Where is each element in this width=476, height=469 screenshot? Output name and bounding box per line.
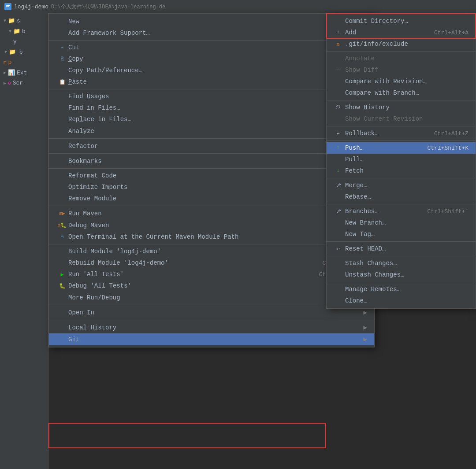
fetch-icon: ↓: [334, 168, 342, 174]
separator-4: [49, 153, 374, 154]
project-icon: [4, 3, 11, 10]
project-path: D:\个人文件\代码\IDEA\java-learning-de: [51, 3, 165, 11]
menu-item-replace-files[interactable]: Replace in Files… Ctrl+Shift+R: [49, 114, 374, 125]
submenu-item-manage-remotes[interactable]: Manage Remotes…: [327, 284, 476, 295]
project-name: log4j-demo: [14, 4, 48, 10]
menu-item-remove-module[interactable]: Remove Module Delete: [49, 193, 374, 204]
submenu-item-git-exclude[interactable]: ⚙ .git/info/exclude: [327, 38, 476, 50]
submenu-item-show-history[interactable]: ⏱ Show History: [327, 102, 476, 113]
menu-item-bookmarks[interactable]: Bookmarks ▶: [49, 155, 374, 167]
submenu-item-rollback[interactable]: ↩ Rollback… Ctrl+Alt+Z: [327, 128, 476, 139]
menu-item-add-framework[interactable]: Add Framework Support…: [49, 27, 374, 39]
push-icon: ↑: [334, 145, 342, 151]
submenu-item-show-current-rev: Show Current Revision: [327, 113, 476, 125]
sidebar: ▼ 📁 s ▼ 📁 b y ▼ 📁 b m p ▶ 📊 Ext ▶ ⚙ Scr: [0, 13, 48, 469]
submenu-item-merge[interactable]: ⎇ Merge…: [327, 180, 476, 191]
submenu-item-commit-dir[interactable]: Commit Directory…: [327, 15, 476, 27]
rollback-icon: ↩: [334, 130, 342, 137]
sidebar-item-b[interactable]: ▼ 📁 b: [0, 26, 48, 37]
separator-9: [49, 320, 374, 320]
submenu-sep-5: [327, 178, 476, 178]
sidebar-item-scr[interactable]: ▶ ⚙ Scr: [0, 78, 48, 88]
submenu-sep-6: [327, 204, 476, 204]
reset-icon: ↩: [334, 246, 342, 252]
copy-icon: ⎘: [58, 56, 67, 62]
separator-3: [49, 138, 374, 139]
menu-item-refactor[interactable]: Refactor ▶: [49, 140, 374, 152]
menu-item-open-in[interactable]: Open In ▶: [49, 307, 374, 318]
separator-2: [49, 89, 374, 89]
menu-item-reformat[interactable]: Reformat Code Ctrl+Alt+L: [49, 170, 374, 181]
submenu-item-stash[interactable]: Stash Changes…: [327, 258, 476, 269]
title-bar: log4j-demo D:\个人文件\代码\IDEA\java-learning…: [0, 0, 476, 13]
menu-item-git[interactable]: Git ▶: [49, 333, 374, 345]
submenu-item-unstash[interactable]: Unstash Changes…: [327, 269, 476, 281]
submenu-item-annotate: Annotate: [327, 53, 476, 64]
menu-item-paste[interactable]: 📋 Paste Ctrl+V: [49, 76, 374, 88]
menu-item-find-files[interactable]: Find in Files… Ctrl+Shift+F: [49, 102, 374, 114]
sidebar-item-y[interactable]: y: [0, 37, 48, 47]
menu-item-rebuild-module[interactable]: Rebuild Module 'log4j-demo' Ctrl+Shift+F…: [49, 257, 374, 269]
sidebar-item-b2[interactable]: ▼ 📁 b: [0, 47, 48, 57]
svg-rect-1: [6, 5, 10, 6]
open-in-arrow-icon: ▶: [364, 309, 367, 316]
separator-6: [49, 206, 374, 206]
menu-item-run-maven[interactable]: m▶ Run Maven ▶: [49, 207, 374, 219]
merge-icon: ⎇: [334, 182, 342, 189]
submenu-item-compare-branch[interactable]: Compare with Branch…: [327, 87, 476, 99]
submenu-sep-8: [327, 256, 476, 256]
submenu-item-fetch[interactable]: ↓ Fetch: [327, 165, 476, 177]
git-submenu: Commit Directory… + Add Ctrl+Alt+A ⚙ .gi…: [326, 13, 476, 309]
cut-icon: ✂: [58, 44, 67, 51]
terminal-icon: ⊞: [58, 234, 67, 240]
sidebar-item-s[interactable]: ▼ 📁 s: [0, 15, 48, 26]
submenu-sep-2: [327, 100, 476, 100]
branch-icon: ⎇: [334, 208, 342, 215]
submenu-sep-9: [327, 282, 476, 282]
submenu-sep-3: [327, 126, 476, 126]
separator-8: [49, 305, 374, 305]
menu-item-new[interactable]: New ▶: [49, 15, 374, 27]
git-arrow-icon: ▶: [364, 336, 367, 343]
submenu-item-push[interactable]: ↑ Push… Ctrl+Shift+K: [327, 142, 476, 154]
menu-item-analyze[interactable]: Analyze ▶: [49, 125, 374, 137]
context-menu: New ▶ Add Framework Support… ✂ Cut Ctrl+…: [48, 13, 375, 347]
submenu-sep-4: [327, 140, 476, 141]
run-tests-icon: ▶: [58, 271, 67, 278]
submenu-item-pull[interactable]: Pull…: [327, 154, 476, 165]
submenu-item-clone[interactable]: Clone…: [327, 295, 476, 307]
submenu-item-rebase[interactable]: Rebase…: [327, 191, 476, 203]
submenu-item-new-tag[interactable]: New Tag…: [327, 229, 476, 240]
debug-maven-icon: m🐛: [58, 222, 67, 228]
debug-tests-icon: 🐛: [58, 283, 67, 289]
menu-item-cut[interactable]: ✂ Cut Ctrl+X: [49, 42, 374, 53]
menu-item-copy[interactable]: ⎘ Copy Ctrl+C: [49, 53, 374, 65]
submenu-item-show-diff: ↔ Show Diff: [327, 64, 476, 76]
menu-item-local-history[interactable]: Local History ▶: [49, 321, 374, 333]
separator-7: [49, 244, 374, 244]
menu-item-build-module[interactable]: Build Module 'log4j-demo': [49, 246, 374, 257]
sidebar-item-maven[interactable]: m p: [0, 57, 48, 67]
local-history-arrow-icon: ▶: [364, 324, 367, 331]
menu-item-run-tests[interactable]: ▶ Run 'All Tests' Ctrl+Shift+F10: [49, 269, 374, 280]
submenu-item-branches[interactable]: ⎇ Branches… Ctrl+Shift+`: [327, 206, 476, 217]
submenu-sep-7: [327, 241, 476, 242]
clock-icon: ⏱: [334, 104, 342, 111]
show-diff-icon: ↔: [334, 67, 342, 73]
svg-rect-2: [6, 7, 9, 7]
submenu-item-reset-head[interactable]: ↩ Reset HEAD…: [327, 243, 476, 255]
menu-item-debug-maven[interactable]: m🐛 Debug Maven ▶: [49, 219, 374, 231]
separator-5: [49, 168, 374, 169]
menu-item-find-usages[interactable]: Find Usages Alt+F7: [49, 91, 374, 102]
submenu-item-new-branch[interactable]: New Branch…: [327, 217, 476, 229]
submenu-item-compare-revision[interactable]: Compare with Revision…: [327, 76, 476, 87]
menu-item-open-terminal[interactable]: ⊞ Open Terminal at the Current Maven Mod…: [49, 231, 374, 243]
menu-item-copy-path[interactable]: Copy Path/Reference…: [49, 65, 374, 76]
submenu-sep-1: [327, 51, 476, 52]
separator-1: [49, 40, 374, 41]
sidebar-item-ext[interactable]: ▶ 📊 Ext: [0, 67, 48, 78]
submenu-item-add[interactable]: + Add Ctrl+Alt+A: [327, 27, 476, 38]
menu-item-more-run-debug[interactable]: More Run/Debug ▶: [49, 292, 374, 303]
menu-item-debug-tests[interactable]: 🐛 Debug 'All Tests': [49, 280, 374, 292]
menu-item-optimize-imports[interactable]: Optimize Imports Ctrl+Alt+O: [49, 181, 374, 193]
